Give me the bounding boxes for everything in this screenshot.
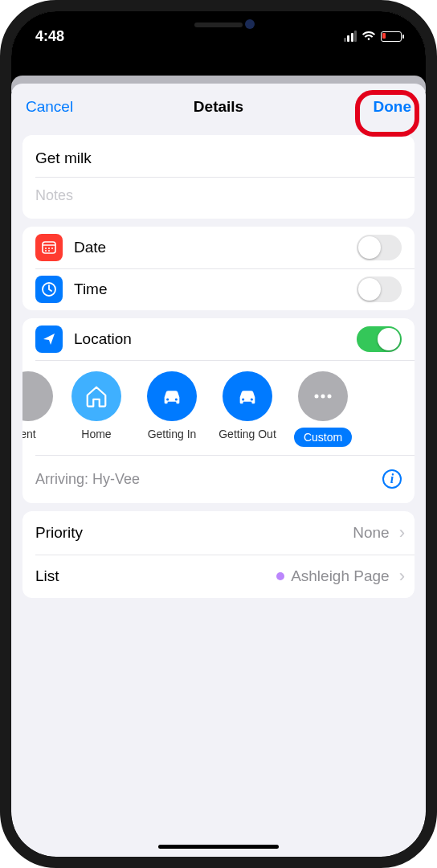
- home-indicator[interactable]: [158, 845, 279, 849]
- priority-value: None ›: [353, 522, 405, 543]
- title-notes-group: Notes: [22, 135, 415, 219]
- calendar-icon: [35, 234, 63, 261]
- priority-list-group: Priority None › List Ashleigh Page ›: [22, 511, 415, 598]
- list-row[interactable]: List Ashleigh Page ›: [22, 555, 415, 598]
- svg-point-4: [51, 248, 53, 249]
- chip-label-getin: Getting In: [148, 428, 197, 440]
- list-label: List: [35, 567, 276, 585]
- cancel-button[interactable]: Cancel: [26, 98, 73, 116]
- notes-row[interactable]: Notes: [22, 177, 415, 219]
- svg-point-9: [175, 398, 178, 400]
- arriving-row[interactable]: Arriving: Hy-Vee i: [22, 455, 415, 503]
- wifi-icon: [361, 31, 376, 42]
- car-icon: [223, 371, 272, 421]
- chevron-right-icon: ›: [399, 566, 405, 587]
- date-toggle[interactable]: [357, 235, 402, 260]
- location-chip-home[interactable]: Home: [64, 371, 129, 440]
- priority-row[interactable]: Priority None ›: [22, 511, 415, 555]
- chip-label-getout: Getting Out: [218, 428, 276, 440]
- location-label: Location: [74, 330, 357, 348]
- home-icon: [71, 371, 121, 421]
- datetime-group: Date Time: [22, 227, 415, 310]
- location-arrow-icon: [35, 326, 63, 353]
- battery-icon: [381, 31, 402, 42]
- time-label: Time: [74, 280, 357, 298]
- chip-label-partial: ent: [22, 428, 36, 440]
- svg-point-8: [166, 398, 169, 400]
- details-sheet: Cancel Details Done Notes Date: [11, 84, 426, 857]
- clock-icon: [35, 276, 63, 303]
- device-notch: [130, 11, 307, 39]
- time-row[interactable]: Time: [22, 268, 415, 310]
- done-button[interactable]: Done: [374, 98, 412, 116]
- svg-point-14: [328, 395, 332, 399]
- location-chip-getting-in[interactable]: Getting In: [140, 371, 204, 440]
- title-row[interactable]: [22, 135, 415, 177]
- priority-label: Priority: [35, 524, 353, 542]
- page-title: Details: [11, 98, 426, 116]
- location-chips-scroll[interactable]: ent Home Getting In: [22, 360, 415, 455]
- arriving-text: Arriving: Hy-Vee: [35, 471, 140, 488]
- location-row[interactable]: Location: [22, 318, 415, 360]
- chip-label-custom: Custom: [294, 428, 352, 447]
- svg-point-6: [48, 250, 50, 252]
- car-icon: [147, 371, 197, 421]
- svg-point-3: [48, 248, 50, 249]
- time-toggle[interactable]: [357, 276, 402, 302]
- notes-placeholder: Notes: [35, 178, 73, 219]
- svg-point-13: [321, 395, 325, 399]
- location-chip-getting-out[interactable]: Getting Out: [215, 371, 280, 440]
- list-value: Ashleigh Page ›: [276, 566, 405, 587]
- reminder-title-input[interactable]: [35, 137, 402, 175]
- svg-point-5: [45, 250, 47, 252]
- nav-bar: Cancel Details Done: [11, 84, 426, 127]
- svg-point-10: [242, 398, 244, 400]
- ellipsis-icon: [298, 371, 348, 421]
- list-color-dot: [276, 572, 284, 580]
- location-chip-custom[interactable]: Custom: [291, 371, 355, 447]
- chevron-right-icon: ›: [399, 522, 405, 543]
- svg-point-11: [251, 398, 253, 400]
- location-group: Location ent Home: [22, 318, 415, 503]
- date-row[interactable]: Date: [22, 227, 415, 268]
- status-time: 4:48: [35, 28, 64, 45]
- location-chip-current[interactable]: ent: [22, 371, 53, 440]
- cellular-icon: [344, 31, 357, 42]
- date-label: Date: [74, 239, 357, 256]
- svg-point-12: [315, 395, 319, 399]
- location-toggle[interactable]: [357, 326, 402, 352]
- chip-label-home: Home: [81, 428, 111, 440]
- svg-point-2: [45, 248, 47, 249]
- info-icon[interactable]: i: [382, 469, 402, 489]
